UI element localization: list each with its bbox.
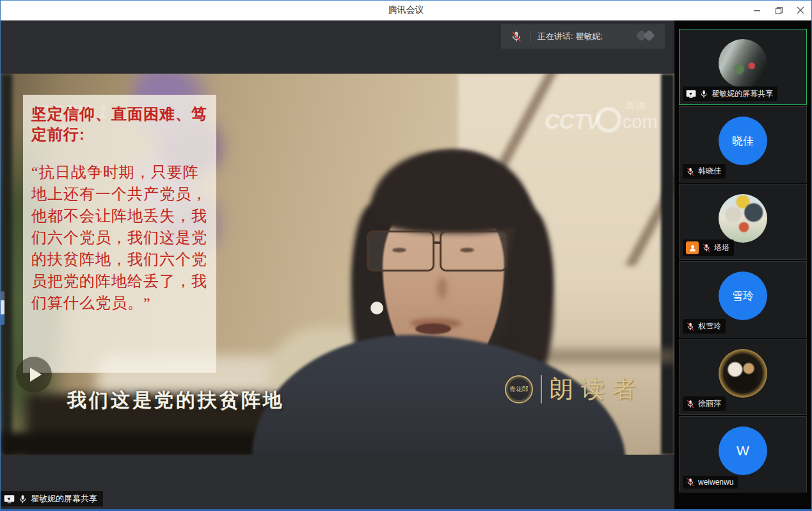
speaker-glasses-right-lens	[440, 231, 507, 272]
participant-name: 塔塔	[714, 243, 729, 254]
quote-title: 坚定信仰、直面困难、笃定前行:	[31, 104, 208, 145]
speaker-mouth	[415, 323, 451, 334]
participant-avatar: 晓佳	[719, 117, 767, 165]
participant-label: 塔塔	[683, 239, 734, 256]
screen-share-banner: 瞿敏妮的屏幕共享	[1, 491, 103, 507]
title-bar: 腾讯会议	[1, 1, 811, 20]
host-badge-icon	[686, 241, 699, 254]
participant-avatar	[719, 194, 767, 243]
mic-muted-icon	[686, 322, 695, 331]
participant-tile[interactable]: 瞿敏妮的屏幕共享	[679, 29, 807, 105]
logo-divider	[541, 375, 542, 403]
scene-left-edge	[1, 74, 12, 455]
participant-label: 瞿敏妮的屏幕共享	[683, 86, 777, 101]
speaker-glasses-left-lens	[367, 231, 434, 272]
participant-name: weiwenwu	[698, 478, 733, 487]
speaking-status-text: 正在讲话: 瞿敏妮;	[537, 31, 603, 42]
participant-label: 徐丽萍	[683, 396, 726, 411]
mic-on-icon	[18, 494, 28, 504]
participant-tile[interactable]: W	[679, 416, 807, 492]
app-window: 腾讯会议	[0, 0, 812, 511]
program-logo: 青花郎 朗读者	[505, 373, 644, 405]
mic-muted-icon	[510, 30, 523, 43]
mic-muted-icon	[686, 167, 695, 176]
participants-sidebar[interactable]: 瞿敏妮的屏幕共享 晓佳	[674, 20, 811, 509]
participant-avatar: 雪玲	[719, 272, 767, 320]
participant-tile[interactable]: 塔塔	[679, 184, 807, 260]
participant-name: 瞿敏妮的屏幕共享	[712, 88, 773, 99]
window-title: 腾讯会议	[1, 4, 811, 16]
participants-list: 瞿敏妮的屏幕共享 晓佳	[679, 29, 807, 492]
participant-avatar	[719, 39, 767, 88]
cctv-globe-icon	[596, 107, 621, 133]
mic-muted-icon	[686, 478, 695, 487]
quote-body: “抗日战争时期，只要阵地上还有一个共产党员，他都不会让阵地丢失，我们六个党员，我…	[31, 161, 208, 314]
active-speaker-bar: 正在讲话: 瞿敏妮;	[501, 24, 665, 49]
tencent-meeting-logo-icon	[635, 28, 658, 45]
cctv-com-watermark: CCTV 高清 com	[545, 107, 658, 136]
play-button[interactable]	[16, 357, 52, 393]
lavalier-mic-dot	[370, 302, 383, 314]
mic-on-icon	[699, 90, 708, 99]
speaker-glasses-bridge	[434, 241, 441, 244]
left-edge-artifact	[1, 291, 4, 325]
shared-video-frame[interactable]: CCTV-1 综合 CCTV 高清 com 坚定信仰、直面困难、笃定前行: “抗…	[1, 74, 674, 455]
quote-overlay: 坚定信仰、直面困难、笃定前行: “抗日战争时期，只要阵地上还有一个共产党员，他都…	[23, 95, 216, 373]
video-subtitle: 我们这是党的扶贫阵地	[67, 387, 285, 414]
participant-name: 韩晓佳	[698, 166, 721, 177]
meeting-content: 正在讲话: 瞿敏妮;	[1, 20, 811, 509]
shared-screen-stage[interactable]: 正在讲话: 瞿敏妮;	[1, 20, 674, 509]
screen-share-icon	[686, 90, 696, 99]
participant-label: weiwenwu	[683, 476, 738, 489]
program-name: 朗读者	[550, 373, 644, 405]
screen-share-icon	[4, 494, 15, 504]
mic-muted-icon	[686, 400, 695, 409]
participant-avatar: W	[719, 426, 767, 475]
participant-tile[interactable]: 徐丽萍	[679, 339, 807, 415]
screen-share-banner-label: 瞿敏妮的屏幕共享	[31, 493, 97, 505]
participant-name: 权雪玲	[698, 321, 721, 332]
participant-tile[interactable]: 晓佳	[679, 106, 807, 182]
participant-tile[interactable]: 雪玲	[679, 261, 807, 337]
participant-name: 徐丽萍	[698, 398, 721, 409]
pill-divider	[530, 31, 530, 42]
sponsor-logo-icon: 青花郎	[505, 375, 533, 403]
participant-label: 韩晓佳	[683, 164, 726, 179]
mic-muted-icon	[702, 243, 711, 252]
scene-right-edge	[661, 74, 674, 455]
play-icon	[30, 368, 42, 382]
participant-label: 权雪玲	[683, 319, 726, 334]
speaker-nose-shadow	[437, 277, 447, 299]
participant-avatar	[719, 349, 767, 398]
